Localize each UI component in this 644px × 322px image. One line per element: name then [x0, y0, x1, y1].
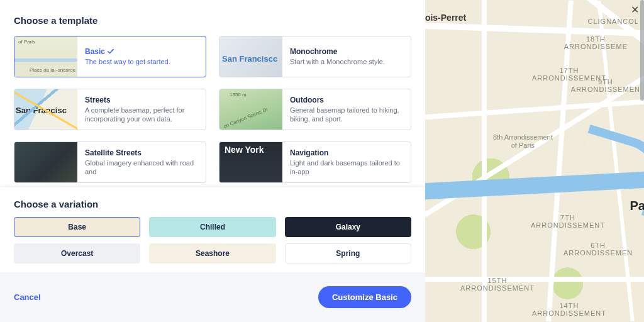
map-label-15th: 15THARRONDISSEMENT: [460, 277, 535, 292]
template-desc: Start with a Monochrome style.: [290, 57, 385, 66]
template-thumb: [219, 36, 282, 77]
template-card-monochrome[interactable]: MonochromeStart with a Monochrome style.: [219, 36, 411, 77]
template-body: MonochromeStart with a Monochrome style.: [282, 36, 391, 77]
template-body: BasicThe best way to get started.: [77, 36, 177, 77]
templates-title: Choose a template: [14, 15, 411, 26]
template-body: Satellite StreetsGlobal imagery enhanced…: [77, 142, 206, 182]
template-name: Navigation: [290, 148, 404, 157]
variation-galaxy[interactable]: Galaxy: [285, 217, 411, 237]
template-card-streets[interactable]: StreetsA complete basemap, perfect for i…: [14, 89, 206, 130]
customize-button[interactable]: Customize Basic: [318, 286, 411, 308]
scrollbar[interactable]: [640, 0, 644, 101]
template-desc: Light and dark basemaps tailored to in-a…: [290, 158, 404, 177]
template-thumb: [14, 89, 77, 130]
template-desc: General basemap tailored to hiking, biki…: [290, 106, 404, 124]
templates-area: Choose a template BasicThe best way to g…: [0, 0, 425, 187]
templates-grid: BasicThe best way to get started.Monochr…: [14, 36, 411, 183]
template-card-outdoors[interactable]: OutdoorsGeneral basemap tailored to hiki…: [219, 89, 411, 130]
cancel-button[interactable]: Cancel: [14, 292, 41, 302]
variations-panel: Choose a variation BaseChilledGalaxyOver…: [0, 187, 425, 272]
app-root: Choose a template BasicThe best way to g…: [0, 0, 644, 322]
footer: Cancel Customize Basic: [0, 272, 425, 322]
template-name: Satellite Streets: [85, 148, 199, 157]
template-name: Streets: [85, 96, 199, 104]
close-icon[interactable]: ✕: [631, 4, 639, 16]
map-preview[interactable]: lois-Perret CLIGNANCOL 18THARRONDISSEME …: [425, 0, 644, 322]
template-card-satellite-streets[interactable]: Satellite StreetsGlobal imagery enhanced…: [14, 142, 206, 183]
map-label-8th: 8th Arrondissementof Paris: [493, 133, 553, 150]
template-thumb: [14, 142, 77, 182]
template-thumb: [219, 89, 282, 130]
variation-overcast[interactable]: Overcast: [14, 243, 140, 264]
template-body: StreetsA complete basemap, perfect for i…: [77, 89, 206, 130]
map-label-9th: 9THARRONDISSEMEN: [571, 78, 640, 93]
template-name: Outdoors: [290, 96, 404, 104]
variations-title: Choose a variation: [14, 199, 411, 209]
variation-spring[interactable]: Spring: [285, 243, 411, 264]
map-label-6th: 6THARRONDISSEMEN: [564, 242, 633, 257]
map-label-paris: Pa: [630, 199, 644, 213]
template-desc: A complete basemap, perfect for incorpor…: [85, 106, 199, 124]
template-desc: The best way to get started.: [85, 57, 170, 66]
template-desc: Global imagery enhanced with road and: [85, 158, 199, 177]
template-thumb: [219, 142, 282, 182]
map-label-lois-perret: lois-Perret: [425, 13, 466, 23]
template-card-basic[interactable]: BasicThe best way to get started.: [14, 36, 206, 77]
template-card-navigation[interactable]: NavigationLight and dark basemaps tailor…: [219, 142, 411, 183]
template-name: Basic: [85, 47, 170, 56]
map-label-18th: 18THARRONDISSEME: [564, 35, 628, 50]
variation-base[interactable]: Base: [14, 217, 140, 237]
variation-seashore[interactable]: Seashore: [149, 243, 275, 264]
template-name: Monochrome: [290, 47, 385, 56]
map-label-14th: 14THARRONDISSEMENT: [532, 302, 606, 317]
template-thumb: [14, 36, 77, 77]
variations-grid: BaseChilledGalaxyOvercastSeashoreSpring: [14, 217, 411, 264]
template-body: NavigationLight and dark basemaps tailor…: [282, 142, 411, 182]
variation-chilled[interactable]: Chilled: [149, 217, 275, 237]
template-body: OutdoorsGeneral basemap tailored to hiki…: [282, 89, 411, 130]
check-icon: [108, 48, 114, 55]
left-panel: Choose a template BasicThe best way to g…: [0, 0, 425, 322]
map-label-7th: 7THARRONDISSEMENT: [531, 214, 605, 229]
map-label-clignancourt: CLIGNANCOL: [587, 18, 639, 25]
